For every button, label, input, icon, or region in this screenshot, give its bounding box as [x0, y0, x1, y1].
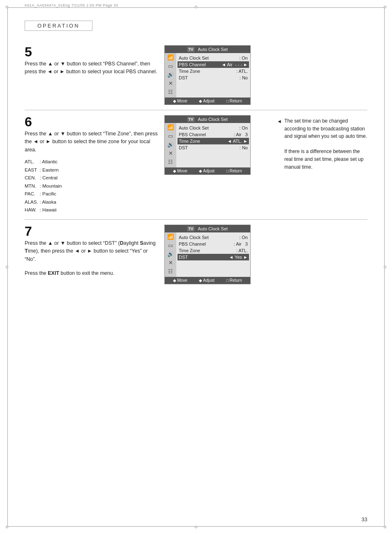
step6-tv-label: TV	[187, 117, 195, 122]
divider-1	[25, 110, 367, 110]
step7-footer-adjust: ◆ Adjust	[199, 278, 214, 283]
step7-footer-move: ◆ Move	[173, 278, 187, 283]
icon-speaker-6: 🔊	[167, 142, 174, 147]
icon-grid-6: ☷	[168, 159, 173, 165]
step6-row-1: PBS Channel : Air 3	[179, 131, 248, 138]
step5-tv-label: TV	[187, 47, 195, 52]
step6-and-note: 6 Press the ▲ or ▼ button to select “Tim…	[25, 115, 367, 214]
step7-row-spacer2	[179, 268, 248, 275]
step6-row-3: DST : No	[179, 144, 248, 151]
tz-row-cen: CEN.: Central	[25, 174, 63, 182]
icon-antenna: 📶	[167, 55, 174, 60]
tz-row-east: EAST: Eastern	[25, 166, 63, 174]
page-number: 33	[362, 516, 367, 522]
tz-row-haw: HAW.: Hawaii	[25, 206, 63, 214]
icon-screen: ▭	[168, 63, 173, 69]
divider-2	[25, 219, 367, 220]
step7-row-spacer	[179, 260, 248, 268]
side-note-arrow: ◄	[277, 118, 282, 171]
step6-tz-list: ATL.: Atlantic EAST: Eastern CEN.: Centr…	[25, 158, 158, 214]
corner-mark-tl	[6, 6, 8, 8]
step7-footer-return: □ Return	[226, 278, 242, 283]
step7-menu-header: TV Auto Clock Set	[165, 225, 250, 232]
step5-menu-footer: ◆ Move ◆ Adjust □ Return	[165, 98, 250, 104]
step6-menu-footer: ◆ Move ◆ Adjust □ Return	[165, 167, 250, 174]
icon-x-6: ✕	[168, 151, 173, 156]
corner-mark-br	[384, 526, 386, 528]
step6-main: 6 Press the ▲ or ▼ button to select “Tim…	[25, 115, 269, 214]
step5-footer-move: ◆ Move	[173, 99, 187, 103]
step5-row-0: Auto Clock Set : On	[179, 55, 248, 61]
step7-left: 7 Press the ▲ or ▼ button to select “DST…	[25, 225, 164, 278]
step5-row-1-highlighted: PBS Channel ◄ Air - - - ►	[178, 61, 249, 68]
step7-rows-col: Auto Clock Set : On PBS Channel : Air 3 …	[176, 232, 250, 277]
header-title: OPERATION	[37, 23, 80, 29]
step7-tv-label: TV	[187, 226, 195, 231]
main-content: 5 Press the ▲ or ▼ button to select “PBS…	[25, 45, 367, 509]
tz-row-atl: ATL.: Atlantic	[25, 158, 63, 166]
step5-footer-return: □ Return	[226, 99, 242, 103]
step7-menu-body: 📶 ▭ 🔊 ✕ ☷ Auto Clock Set : On PBS Channe…	[165, 232, 250, 277]
step5-section: 5 Press the ▲ or ▼ button to select “PBS…	[25, 45, 367, 105]
step5-tv-menu: TV Auto Clock Set 📶 ▭ 🔊 ✕ ☷ Auto Clock S…	[164, 45, 251, 105]
edge-mark-bc	[195, 526, 197, 528]
tz-table: ATL.: Atlantic EAST: Eastern CEN.: Centr…	[25, 158, 63, 214]
step5-menu-title: Auto Clock Set	[198, 47, 228, 52]
step5-menu-header: TV Auto Clock Set	[165, 46, 250, 53]
icon-speaker: 🔊	[167, 72, 174, 77]
step6-tv-menu: TV Auto Clock Set 📶 ▭ 🔊 ✕ ☷ Auto Clock S…	[164, 115, 251, 175]
step5-row-2: Time Zone : ATL.	[179, 68, 248, 74]
step5-row-spacer2	[179, 88, 248, 96]
step7-menu-footer: ◆ Move ◆ Adjust □ Return	[165, 277, 250, 284]
edge-mark-mr	[384, 266, 386, 268]
step6-text: Press the ▲ or ▼ button to select “Time …	[25, 130, 158, 154]
corner-mark-bl	[6, 526, 8, 528]
edge-mark-tc	[195, 6, 197, 8]
corner-mark-tr	[384, 6, 386, 8]
step5-text: Press the ▲ or ▼ button to select “PBS C…	[25, 60, 158, 76]
icon-speaker-7: 🔊	[167, 251, 174, 257]
page-header: OPERATION	[25, 21, 367, 31]
step7-row-2: Time Zone : ATL.	[179, 247, 248, 254]
step5-number: 5	[25, 45, 158, 58]
step6-row-2-highlighted: Time Zone ◄ ATL. ►	[178, 138, 249, 144]
step6-row-spacer	[179, 151, 248, 158]
step6-row-0: Auto Clock Set : On	[179, 125, 248, 131]
step7-section: 7 Press the ▲ or ▼ button to select “DST…	[25, 225, 367, 284]
step7-exit-text: Press the EXIT button to exit the menu.	[25, 269, 158, 277]
step5-left: 5 Press the ▲ or ▼ button to select “PBS…	[25, 45, 164, 76]
step6-footer-move: ◆ Move	[173, 169, 187, 173]
step5-row-spacer	[179, 81, 248, 88]
step7-icons-col: 📶 ▭ 🔊 ✕ ☷	[165, 232, 176, 277]
tz-row-pac: PAC.: Pacific	[25, 190, 63, 198]
icon-grid: ☷	[168, 89, 173, 95]
icon-antenna-6: 📶	[167, 125, 174, 130]
step6-left: 6 Press the ▲ or ▼ button to select “Tim…	[25, 115, 164, 214]
side-note: ◄ The set time can be changed according …	[277, 115, 367, 175]
step7-row-1: PBS Channel : Air 3	[179, 241, 248, 247]
tz-row-mtn: MTN.: Mountain	[25, 182, 63, 190]
step7-row-3-highlighted: DST ◄ Yes ►	[178, 254, 249, 260]
icon-screen-7: ▭	[168, 243, 173, 248]
file-reference: K61A_AA03447A_01Eng 7/21/05 1:05 PM Page…	[25, 3, 118, 7]
tz-row-alas: ALAS.: Alaska	[25, 198, 63, 207]
icon-x: ✕	[168, 81, 173, 86]
step6-rows-col: Auto Clock Set : On PBS Channel : Air 3 …	[176, 123, 250, 167]
step6-icons-col: 📶 ▭ 🔊 ✕ ☷	[165, 123, 176, 167]
side-note-item-1: ◄ The set time can be changed according …	[277, 117, 367, 171]
step7-number: 7	[25, 225, 158, 238]
side-note-text: The set time can be changed according to…	[284, 117, 367, 171]
header-box: OPERATION	[25, 21, 92, 31]
step5-menu-body: 📶 ▭ 🔊 ✕ ☷ Auto Clock Set : On PBS Channe…	[165, 53, 250, 98]
step5-icons-col: 📶 ▭ 🔊 ✕ ☷	[165, 53, 176, 98]
step6-row-spacer2	[179, 158, 248, 166]
icon-antenna-7: 📶	[167, 234, 174, 239]
step5-footer-adjust: ◆ Adjust	[199, 99, 214, 103]
icon-screen-6: ▭	[168, 133, 173, 139]
step6-menu-title: Auto Clock Set	[198, 117, 228, 122]
step5-rows-col: Auto Clock Set : On PBS Channel ◄ Air - …	[176, 53, 250, 98]
step6-footer-return: □ Return	[226, 169, 242, 173]
step6-number: 6	[25, 115, 158, 128]
icon-grid-7: ☷	[168, 269, 173, 274]
step7-row-0: Auto Clock Set : On	[179, 234, 248, 241]
